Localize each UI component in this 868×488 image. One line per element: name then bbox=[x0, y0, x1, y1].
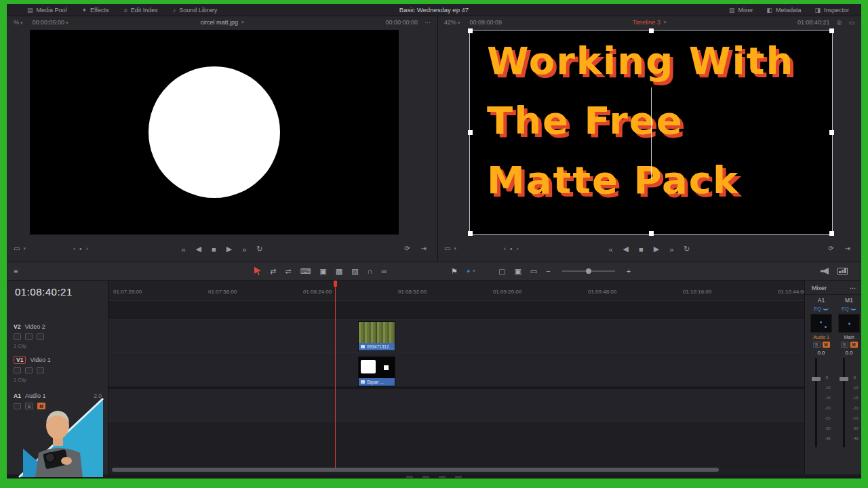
next-marker-button[interactable]: › bbox=[86, 245, 88, 252]
replace-clip-button[interactable]: ▨ bbox=[351, 267, 358, 276]
source-duration-select[interactable]: 00:00:05:00▾ bbox=[33, 19, 68, 26]
timeline-tracks-area[interactable]: 01:07:28:00 01:07:56:00 01:08:24:00 01:0… bbox=[108, 281, 804, 474]
prev-marker-button[interactable]: ‹ bbox=[504, 245, 506, 252]
mute-button[interactable]: M bbox=[823, 342, 830, 348]
auto-select-icon[interactable] bbox=[25, 333, 33, 340]
grab-still-button[interactable]: ◎ bbox=[837, 19, 842, 26]
timeline-ruler[interactable]: 01:07:28:00 01:07:56:00 01:08:24:00 01:0… bbox=[108, 281, 804, 301]
goto-start-button[interactable]: « bbox=[608, 245, 612, 253]
refresh-button[interactable]: ⟳ bbox=[828, 245, 833, 252]
transform-handle[interactable] bbox=[829, 130, 834, 135]
timeline-select[interactable]: Timeline 3▾ bbox=[633, 19, 667, 26]
enable-track-icon[interactable] bbox=[37, 333, 44, 340]
effects-button[interactable]: ✦ Effects bbox=[82, 7, 109, 14]
stop-button[interactable]: ■ bbox=[639, 245, 644, 253]
metadata-button[interactable]: ◧ Metadata bbox=[766, 7, 801, 14]
timeline-clip-image[interactable]: 093471312... bbox=[358, 321, 395, 351]
match-frame-button[interactable]: ⇥ bbox=[421, 245, 427, 252]
overwrite-clip-button[interactable]: ▩ bbox=[336, 267, 342, 276]
step-back-button[interactable]: ◀ bbox=[196, 245, 201, 253]
media-pool-button[interactable]: ▤ Media Pool bbox=[27, 7, 67, 14]
match-frame-button[interactable]: ⇥ bbox=[845, 245, 850, 252]
track-lane-v2[interactable] bbox=[108, 320, 804, 352]
inspector-label: Inspector bbox=[824, 7, 849, 14]
auto-select-icon[interactable] bbox=[25, 367, 33, 373]
lock-icon[interactable] bbox=[14, 367, 21, 373]
custom-zoom-button[interactable]: ▭ bbox=[530, 267, 537, 276]
edit-index-button[interactable]: ≡ Edit Index bbox=[123, 7, 157, 14]
flag-color-select[interactable]: ●▾ bbox=[467, 268, 475, 274]
play-button[interactable]: ▶ bbox=[654, 245, 659, 253]
timeline-viewer-size-select[interactable]: ▭▾ bbox=[444, 245, 456, 252]
prev-marker-button[interactable]: ‹ bbox=[73, 245, 75, 252]
eq-button[interactable]: EQ bbox=[842, 306, 856, 312]
track-lane-v1[interactable] bbox=[108, 352, 804, 386]
solo-button[interactable]: S bbox=[841, 342, 848, 348]
fader-handle[interactable] bbox=[812, 377, 821, 381]
mixer-button[interactable]: ▥ Mixer bbox=[729, 7, 753, 14]
sound-library-button[interactable]: ♪ Sound Library bbox=[173, 7, 218, 14]
link-clips-button[interactable]: ∞ bbox=[381, 267, 387, 275]
snapping-button[interactable]: ∩ bbox=[368, 267, 373, 275]
zoom-out-button[interactable]: − bbox=[546, 267, 550, 275]
pan-control[interactable] bbox=[810, 314, 832, 333]
mute-button[interactable]: M bbox=[850, 342, 858, 348]
channel-fader[interactable]: -5 -10 -15 -20 -25 -30 -40 bbox=[810, 358, 833, 447]
channel-fader[interactable]: -5 -10 -15 -20 -25 -30 -40 bbox=[837, 358, 861, 447]
lock-icon[interactable] bbox=[14, 333, 21, 340]
transform-handle[interactable] bbox=[649, 231, 654, 236]
goto-end-button[interactable]: » bbox=[669, 245, 673, 253]
enable-track-icon[interactable] bbox=[37, 367, 44, 373]
transform-handle[interactable] bbox=[468, 231, 473, 236]
track-header-v1[interactable]: V1 Video 1 1 Clip bbox=[7, 352, 108, 386]
track-header-v2[interactable]: V2 Video 2 1 Clip bbox=[7, 320, 108, 352]
viewer-mode-button[interactable]: ▭ bbox=[848, 19, 854, 26]
transform-handle[interactable] bbox=[468, 130, 473, 135]
timeline-horizontal-scrollbar[interactable] bbox=[112, 468, 719, 472]
viewer-options-button[interactable]: ⋯ bbox=[425, 19, 431, 26]
mute-audio-button[interactable] bbox=[821, 268, 829, 274]
solo-button[interactable]: S bbox=[813, 342, 821, 348]
fader-handle[interactable] bbox=[840, 377, 848, 381]
eq-button[interactable]: EQ bbox=[814, 306, 829, 312]
transform-handle[interactable] bbox=[468, 28, 473, 33]
insert-clip-button[interactable]: ▣ bbox=[319, 267, 326, 276]
full-extent-zoom-button[interactable]: ▢ bbox=[498, 267, 505, 276]
blade-tool-button[interactable]: ⌨ bbox=[300, 267, 311, 276]
stop-button[interactable]: ■ bbox=[212, 245, 216, 253]
mixer-options-button[interactable]: ⋯ bbox=[850, 285, 856, 291]
timeline-zoom-select[interactable]: 42%▾ bbox=[444, 19, 460, 26]
zoom-in-button[interactable]: + bbox=[627, 267, 631, 275]
next-marker-button[interactable]: › bbox=[517, 245, 519, 252]
transform-handle[interactable] bbox=[649, 28, 654, 33]
selection-tool-button[interactable] bbox=[254, 267, 261, 276]
dynamic-trim-button[interactable]: ⇌ bbox=[285, 267, 291, 276]
transform-handle[interactable] bbox=[829, 231, 834, 236]
source-clip-select[interactable]: circel matt.jpg▾ bbox=[200, 19, 243, 26]
goto-start-button[interactable]: « bbox=[181, 245, 185, 253]
mixer-label: Mixer bbox=[738, 7, 753, 14]
playhead[interactable] bbox=[335, 281, 336, 469]
zoom-slider-handle[interactable] bbox=[586, 268, 591, 274]
loop-button[interactable]: ↻ bbox=[256, 245, 262, 253]
timeline-viewer-canvas[interactable]: Working With The Free Matte Pack bbox=[469, 30, 833, 235]
refresh-button[interactable]: ⟳ bbox=[404, 245, 410, 252]
track-lane-a1[interactable] bbox=[108, 389, 804, 422]
toolbox-button[interactable]: ≡ bbox=[14, 267, 18, 275]
source-viewer-canvas[interactable] bbox=[30, 30, 399, 235]
play-button[interactable]: ▶ bbox=[226, 245, 232, 253]
audio-meter-button[interactable] bbox=[837, 268, 848, 274]
source-zoom-select[interactable]: %▾ bbox=[14, 19, 23, 26]
goto-end-button[interactable]: » bbox=[242, 245, 246, 253]
flag-button[interactable]: ⚑ bbox=[451, 267, 458, 276]
step-back-button[interactable]: ◀ bbox=[623, 245, 629, 253]
source-viewer-size-select[interactable]: ▭▾ bbox=[14, 245, 26, 252]
timeline-clip-matte[interactable]: Squar ... bbox=[358, 357, 395, 386]
detail-zoom-button[interactable]: ▣ bbox=[514, 267, 521, 276]
trim-mode-button[interactable]: ⇄ bbox=[270, 267, 276, 276]
pan-control[interactable] bbox=[838, 314, 860, 333]
transform-handle[interactable] bbox=[829, 28, 834, 33]
zoom-slider[interactable] bbox=[562, 270, 615, 272]
loop-button[interactable]: ↻ bbox=[684, 245, 690, 253]
inspector-button[interactable]: ◨ Inspector bbox=[814, 7, 849, 14]
